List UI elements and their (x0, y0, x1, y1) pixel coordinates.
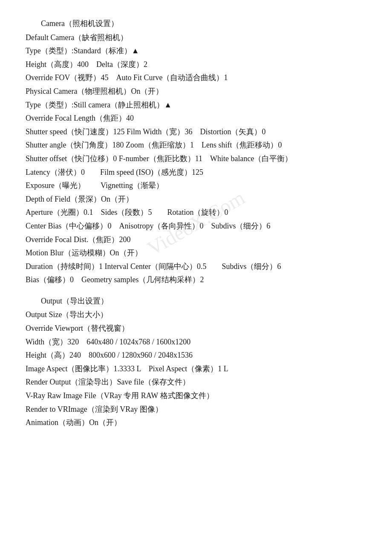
render-output: Render Output（渲染导出）Save file（保存文件） (26, 376, 366, 389)
motion-blur: Motion Blur（运动模糊）On（开） (26, 246, 366, 260)
center-bias: Center Bias（中心偏移）0 Anisotropy（各向异性）0 Sub… (26, 220, 366, 233)
main-content: Camera（照相机设置）Default Camera（缺省照相机）Type（类… (26, 17, 366, 429)
render-vrimage: Render to VRImage（渲染到 VRay 图像） (26, 403, 366, 416)
aperture: Aperture（光圈）0.1 Sides（段数）5 Rotation（旋转）0 (26, 206, 366, 219)
width: Width（宽）320 640x480 / 1024x768 / 1600x12… (26, 335, 366, 349)
vray-raw: V-Ray Raw Image File（VRay 专用 RAW 格式图像文件） (26, 389, 366, 402)
animation: Animation（动画）On（开） (26, 416, 366, 429)
shutter-speed: Shutter speed（快门速度）125 Film Width（宽）36 D… (26, 125, 366, 139)
depth-of-field: Depth of Field（景深）On（开） (26, 193, 366, 206)
exposure: Exposure（曝光） Vignetting（渐晕） (26, 179, 366, 192)
shutter-offset: Shutter offset（快门位移）0 F-number（焦距比数）11 W… (26, 152, 366, 165)
physical-camera: Physical Camera（物理照相机）On（开） (26, 85, 366, 98)
default-camera: Default Camera（缺省照相机） (26, 31, 366, 44)
output-size: Output Size（导出大小） (26, 308, 366, 321)
override-focal-dist: Override Focal Dist.（焦距）200 (26, 233, 366, 246)
shutter-angle: Shutter angle（快门角度）180 Zoom（焦距缩放）1 Lens … (26, 139, 366, 152)
image-aspect: Image Aspect（图像比率）1.3333 L Pixel Aspect（… (26, 362, 366, 376)
override-focal-length: Override Focal Length（焦距）40 (26, 112, 366, 125)
type-still: Type（类型）:Still camera（静止照相机）▲ (26, 98, 366, 112)
output-section-title: Output（导出设置） (26, 295, 366, 308)
type-standard: Type（类型）:Standard（标准）▲ (26, 44, 366, 58)
duration: Duration（持续时间）1 Interval Center（间隔中心）0.5… (26, 260, 366, 273)
height-delta: Height（高度）400 Delta（深度）2 (26, 58, 366, 71)
camera-section-title: Camera（照相机设置） (26, 17, 366, 30)
latency: Latency（潜伏）0 Film speed (ISO)（感光度）125 (26, 166, 366, 179)
bias: Bias（偏移）0 Geometry samples（几何结构采样）2 (26, 273, 366, 286)
override-fov: Override FOV（视野）45 Auto Fit Curve（自动适合曲线… (26, 71, 366, 84)
spacer (26, 287, 366, 295)
height: Height（高）240 800x600 / 1280x960 / 2048x1… (26, 349, 366, 362)
override-viewport: Override Viewport（替代视窗） (26, 322, 366, 335)
